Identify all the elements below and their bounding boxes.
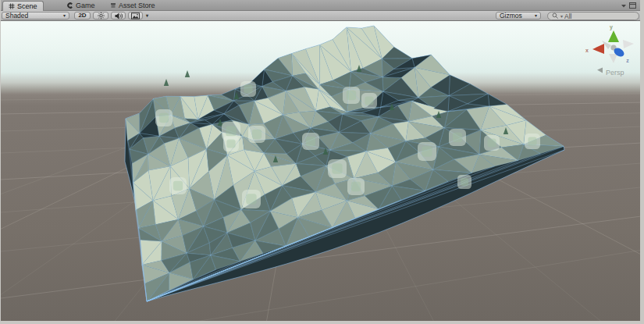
window-layout-icon[interactable] (629, 2, 636, 9)
sun-icon (97, 12, 105, 20)
image-icon (131, 12, 140, 20)
gizmos-dropdown[interactable]: Gizmos ▾ (496, 12, 541, 20)
lighting-toggle-button[interactable] (93, 12, 109, 20)
effects-dropdown-button[interactable]: ▾ (144, 12, 151, 20)
package-icon (110, 2, 116, 9)
chevron-down-icon: ▾ (535, 13, 537, 18)
2d-label: 2D (78, 12, 86, 19)
window-controls (621, 2, 636, 9)
tab-asset-store[interactable]: Asset Store (110, 2, 155, 9)
audio-toggle-button[interactable] (111, 12, 126, 20)
scene-viewport[interactable]: y x z Persp (1, 21, 640, 321)
chevron-down-icon: ▾ (146, 13, 148, 18)
2d-toggle-button[interactable]: 2D (74, 12, 91, 20)
effects-toggle-button[interactable] (128, 12, 143, 20)
scene-view-window: Scene Game Asset Store (0, 0, 644, 324)
game-icon (67, 2, 73, 9)
search-icon (552, 12, 559, 20)
tab-bar: Scene Game Asset Store (1, 0, 640, 11)
tab-dropdown-icon[interactable] (621, 4, 626, 8)
tab-game[interactable]: Game (67, 2, 95, 9)
search-filter-caret-icon[interactable]: ▾ (560, 14, 563, 19)
shading-mode-dropdown[interactable]: Shaded ▾ (2, 12, 69, 20)
search-field[interactable]: ▾ (547, 12, 639, 20)
speaker-icon (115, 12, 123, 20)
tab-scene-label: Scene (17, 2, 37, 10)
search-input[interactable] (564, 12, 632, 20)
axis-z-label: z (626, 58, 629, 63)
tab-scene[interactable]: Scene (2, 1, 44, 11)
scene-3d-content (1, 21, 640, 321)
scene-toolbar: Shaded ▾ 2D (1, 11, 640, 21)
chevron-down-icon: ▾ (63, 13, 66, 18)
scene-grid-icon (9, 3, 15, 9)
gizmos-label: Gizmos (500, 12, 522, 19)
tab-game-label: Game (76, 2, 95, 9)
axis-x-label: x (585, 48, 589, 53)
shading-mode-label: Shaded (5, 12, 28, 19)
axis-y-label: y (610, 24, 613, 30)
tab-asset-store-label: Asset Store (119, 2, 155, 9)
projection-label[interactable]: Persp (606, 69, 624, 77)
